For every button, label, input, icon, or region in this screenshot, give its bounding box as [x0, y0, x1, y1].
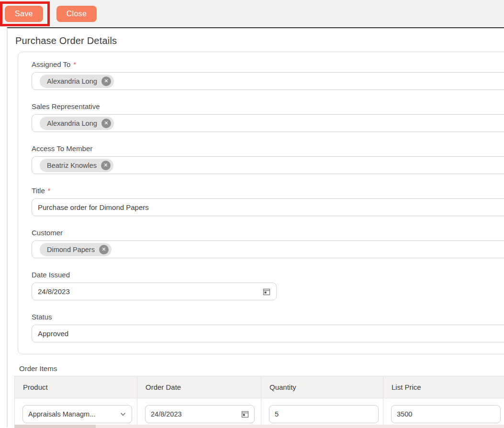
column-header-list-price: List Price	[383, 376, 504, 398]
quantity-input-box	[269, 405, 379, 423]
toolbar: Save Close	[0, 0, 504, 27]
status-input[interactable]	[38, 329, 504, 338]
annotation-highlight: Save	[0, 1, 50, 26]
form-fields-container: Assigned To* Alexandria Long ✕ Sales Rep…	[18, 52, 504, 354]
date-issued-label: Date Issued	[32, 271, 70, 279]
field-date-issued: Date Issued 24/8/2023	[32, 270, 504, 300]
chip-label: Alexandria Long	[47, 77, 97, 85]
sales-representative-label: Sales Representative	[32, 102, 100, 110]
order-items-header-row: Product Order Date Quantity List Price	[15, 376, 504, 398]
title-input[interactable]	[38, 203, 504, 211]
order-date-value: 24/8/2023	[151, 410, 182, 418]
purchase-order-panel: Purchase Order Details Assigned To* Alex…	[7, 27, 504, 427]
chip-label: Dimond Papers	[47, 246, 95, 253]
date-issued-input[interactable]: 24/8/2023	[32, 283, 277, 300]
sales-representative-input[interactable]: Alexandria Long ✕	[32, 114, 504, 132]
customer-label: Customer	[32, 229, 63, 237]
list-price-input[interactable]	[397, 410, 495, 418]
list-price-input-box	[391, 405, 501, 423]
page-title: Purchase Order Details	[15, 35, 504, 46]
field-status: Status	[32, 312, 504, 342]
customer-chip: Dimond Papers ✕	[40, 243, 112, 256]
chip-remove-icon[interactable]: ✕	[101, 77, 111, 86]
field-sales-representative: Sales Representative Alexandria Long ✕	[32, 102, 504, 132]
required-asterisk: *	[73, 61, 76, 68]
assigned-to-input[interactable]: Alexandria Long ✕	[32, 72, 504, 90]
product-select[interactable]: Appraisals Managm...	[22, 405, 132, 423]
chip-label: Beatriz Knowles	[47, 162, 97, 169]
required-asterisk: *	[48, 187, 50, 195]
order-date-input[interactable]: 24/8/2023	[145, 405, 255, 423]
field-customer: Customer Dimond Papers ✕	[32, 228, 504, 258]
status-label: Status	[32, 313, 52, 321]
product-select-value: Appraisals Managm...	[28, 410, 95, 418]
assigned-to-chip: Alexandria Long ✕	[40, 75, 114, 88]
close-button[interactable]: Close	[56, 6, 97, 22]
date-issued-value: 24/8/2023	[38, 287, 70, 296]
sales-representative-chip: Alexandria Long ✕	[40, 117, 114, 130]
title-input-box	[32, 198, 504, 216]
list-price-cell	[383, 398, 504, 428]
calendar-icon[interactable]	[241, 410, 249, 418]
order-date-cell: 24/8/2023	[137, 398, 261, 428]
column-header-product: Product	[15, 376, 137, 398]
access-to-member-label: Access To Member	[32, 144, 92, 153]
access-to-member-input[interactable]: Beatriz Knowles ✕	[32, 156, 504, 174]
chevron-down-icon	[120, 411, 126, 417]
field-access-to-member: Access To Member Beatriz Knowles ✕	[32, 144, 504, 174]
field-title: Title*	[32, 186, 504, 216]
scrollbar-thumb[interactable]	[14, 425, 96, 428]
calendar-icon[interactable]	[263, 288, 270, 296]
horizontal-scrollbar[interactable]	[14, 425, 504, 428]
quantity-cell	[261, 398, 383, 428]
assigned-to-label: Assigned To	[32, 60, 70, 68]
chip-remove-icon[interactable]: ✕	[99, 245, 109, 254]
customer-input[interactable]: Dimond Papers ✕	[32, 241, 504, 258]
status-input-box	[32, 325, 504, 342]
access-to-member-chip: Beatriz Knowles ✕	[40, 159, 113, 172]
quantity-input[interactable]	[275, 410, 373, 418]
chip-label: Alexandria Long	[47, 120, 97, 127]
field-assigned-to: Assigned To* Alexandria Long ✕	[32, 60, 504, 90]
order-items-table: Product Order Date Quantity List Price A…	[14, 376, 504, 428]
column-header-order-date: Order Date	[137, 376, 261, 398]
chip-remove-icon[interactable]: ✕	[101, 119, 111, 128]
order-item-row: Appraisals Managm... 24/8/2023	[15, 398, 504, 428]
order-items-section-label: Order Items	[19, 364, 504, 373]
product-cell: Appraisals Managm...	[15, 398, 137, 428]
title-label: Title	[32, 187, 45, 195]
chip-remove-icon[interactable]: ✕	[101, 161, 111, 170]
save-button[interactable]: Save	[5, 6, 43, 22]
column-header-quantity: Quantity	[261, 376, 383, 398]
